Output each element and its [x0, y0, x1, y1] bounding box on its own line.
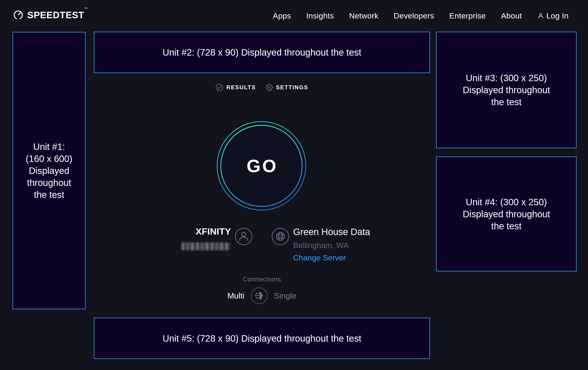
connections-toggle: Multi Single	[94, 287, 430, 304]
ad-unit-5-text: Unit #5: (728 x 90) Displayed throughout…	[163, 332, 361, 344]
nav-item-about[interactable]: About	[501, 11, 522, 20]
go-button-label: GO	[216, 121, 306, 211]
tab-settings[interactable]: SETTINGS	[266, 84, 308, 91]
speedometer-icon	[13, 10, 23, 20]
ad-unit-5: Unit #5: (728 x 90) Displayed throughout…	[94, 318, 430, 359]
main-nav: Apps Insights Network Developers Enterpr…	[273, 0, 569, 31]
nav-item-network[interactable]: Network	[349, 11, 378, 20]
connections-label: Connections	[94, 276, 430, 283]
nav-item-developers[interactable]: Developers	[394, 11, 434, 20]
trademark-symbol: ™	[84, 7, 87, 10]
connections-option-single[interactable]: Single	[274, 291, 296, 300]
server-location: Bellingham, WA	[293, 240, 370, 250]
nav-item-apps[interactable]: Apps	[273, 11, 291, 20]
nav-item-insights[interactable]: Insights	[306, 11, 334, 20]
ad-unit-3-text: Unit #3: (300 x 250) Displayed throughou…	[460, 72, 553, 108]
change-server-link[interactable]: Change Server	[293, 253, 370, 262]
isp-detail-redacted	[181, 242, 230, 250]
tab-results[interactable]: RESULTS	[215, 83, 256, 91]
ad-unit-4-text: Unit #4: (300 x 250) Displayed throughou…	[460, 196, 553, 232]
tabs-bar: RESULTS SETTINGS	[94, 83, 430, 91]
logo-text: SPEEDTEST™	[27, 10, 87, 20]
user-icon	[537, 12, 544, 19]
ad-unit-1: Unit #1: (160 x 600) Displayed throughou…	[12, 32, 86, 309]
ad-unit-2-text: Unit #2: (728 x 90) Displayed throughout…	[163, 46, 361, 58]
tab-settings-label: SETTINGS	[276, 84, 308, 91]
login-label: Log In	[546, 11, 569, 20]
tab-results-label: RESULTS	[226, 84, 256, 91]
ad-unit-3: Unit #3: (300 x 250) Displayed throughou…	[436, 32, 577, 148]
connections-toggle-icon[interactable]	[250, 287, 268, 304]
isp-name: XFINITY	[138, 227, 231, 237]
ad-unit-4: Unit #4: (300 x 250) Displayed throughou…	[436, 156, 577, 271]
ad-unit-1-text: Unit #1: (160 x 600) Displayed throughou…	[24, 141, 74, 201]
connections-option-multi[interactable]: Multi	[227, 291, 244, 300]
go-button[interactable]: GO	[216, 121, 306, 211]
isp-user-icon	[235, 228, 253, 245]
login-button[interactable]: Log In	[537, 11, 569, 20]
ad-unit-2: Unit #2: (728 x 90) Displayed throughout…	[94, 32, 430, 73]
server-globe-icon	[271, 228, 289, 245]
speedtest-page: SPEEDTEST™ Apps Insights Network Develop…	[0, 0, 588, 370]
gear-icon	[266, 84, 273, 91]
server-info: Green House Data Bellingham, WA Change S…	[293, 226, 370, 262]
check-circle-icon	[215, 83, 223, 91]
nav-item-enterprise[interactable]: Enterprise	[449, 11, 486, 20]
speedtest-logo[interactable]: SPEEDTEST™	[13, 10, 87, 20]
server-name: Green House Data	[293, 226, 370, 237]
